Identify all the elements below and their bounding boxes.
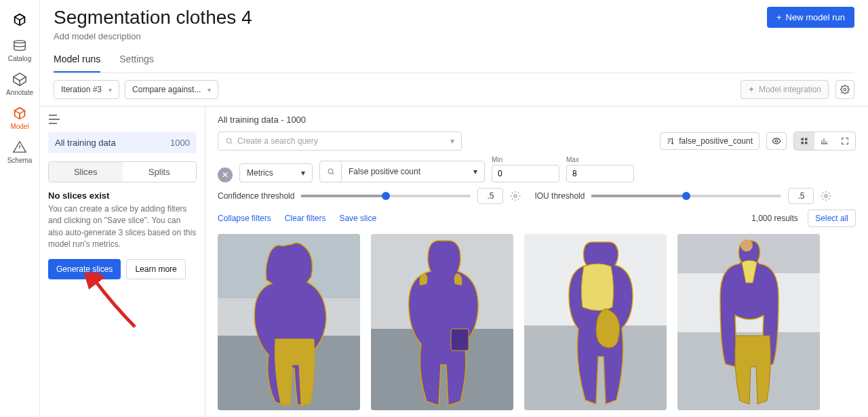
svg-rect-5 [802, 142, 804, 144]
view-grid-button[interactable] [794, 132, 814, 150]
remove-filter-button[interactable]: ✕ [218, 167, 233, 182]
confidence-value[interactable]: .5 [477, 188, 503, 204]
iou-label: IOU threshold [534, 191, 585, 201]
result-thumbnail[interactable] [524, 234, 667, 410]
gear-icon[interactable] [821, 191, 831, 201]
new-model-run-button[interactable]: + New model run [767, 7, 854, 28]
result-thumbnail[interactable] [677, 234, 820, 410]
tab-settings[interactable]: Settings [119, 54, 154, 73]
svg-point-7 [328, 169, 333, 174]
annotation-arrow [81, 273, 142, 334]
no-slices-title: No slices exist [48, 191, 197, 201]
rail-model[interactable]: Model [10, 106, 28, 130]
svg-rect-15 [451, 329, 469, 351]
tab-model-runs[interactable]: Model runs [54, 54, 100, 73]
result-thumbnail[interactable] [218, 234, 360, 410]
chevron-down-icon: ▾ [108, 86, 112, 94]
svg-point-2 [775, 140, 778, 142]
sort-icon [667, 137, 675, 145]
select-all-button[interactable]: Select all [808, 210, 856, 227]
search-icon [327, 167, 335, 176]
search-icon [225, 137, 233, 145]
sort-chip[interactable]: false_positive_count [660, 132, 760, 150]
sidebar-toggle-icon[interactable] [48, 115, 60, 124]
svg-point-0 [844, 88, 846, 91]
chevron-down-icon: ▾ [473, 167, 477, 176]
iteration-select[interactable]: Iteration #3 ▾ [54, 80, 119, 99]
no-slices-text: You can create a slice by adding filters… [48, 203, 197, 251]
compare-select[interactable]: Compare against... ▾ [125, 80, 218, 99]
min-label: Min [492, 156, 559, 163]
fp-count-select[interactable]: False positive count ▾ [342, 161, 484, 182]
rail-model-label: Model [10, 123, 28, 130]
visibility-toggle[interactable] [766, 132, 787, 150]
result-count: 1,000 results [751, 214, 798, 223]
pill-splits[interactable]: Splits [123, 162, 197, 182]
result-thumbnail[interactable] [371, 234, 513, 410]
grid-icon [800, 137, 808, 145]
model-description-field[interactable]: Add model description [54, 31, 252, 41]
plus-icon: + [776, 12, 782, 22]
svg-rect-4 [805, 138, 808, 141]
svg-point-8 [514, 195, 517, 197]
svg-point-9 [825, 195, 827, 197]
min-input[interactable] [492, 165, 559, 182]
collapse-filters-link[interactable]: Collapse filters [218, 214, 271, 223]
rail-catalog-label: Catalog [8, 55, 31, 62]
pill-slices[interactable]: Slices [49, 162, 123, 182]
expand-icon [841, 137, 849, 145]
bar-chart-icon [821, 137, 829, 145]
iou-value[interactable]: .5 [788, 188, 814, 204]
toolbar-settings-button[interactable] [835, 80, 854, 99]
chevron-down-icon: ▾ [450, 136, 454, 146]
max-label: Max [566, 156, 634, 163]
svg-point-1 [226, 138, 231, 143]
view-expand-button[interactable] [835, 132, 855, 150]
metric-select[interactable]: Metrics ▾ [239, 163, 313, 182]
rail-catalog[interactable]: Catalog [8, 38, 31, 62]
iou-slider[interactable] [591, 195, 781, 197]
chevron-down-icon: ▾ [208, 86, 211, 94]
filter-search-button[interactable] [320, 161, 342, 182]
rail-annotate-label: Annotate [6, 89, 33, 96]
results-title: All training data - 1000 [218, 115, 856, 125]
training-count: 1000 [170, 138, 190, 148]
generate-slices-button[interactable]: Generate slices [48, 259, 121, 279]
model-integration-button: ✦ Model integration [741, 80, 829, 99]
training-label: All training data [55, 138, 116, 148]
all-training-data-row[interactable]: All training data 1000 [48, 132, 197, 153]
confidence-slider[interactable] [301, 195, 471, 197]
page-title: Segmentation clothes 4 [54, 7, 252, 28]
rail-schema-label: Schema [7, 157, 33, 164]
gear-icon[interactable] [510, 191, 521, 201]
search-query-input[interactable]: Create a search query ▾ [218, 132, 462, 151]
eye-icon [772, 136, 781, 146]
svg-rect-3 [802, 138, 804, 141]
magic-icon: ✦ [748, 85, 755, 94]
chevron-down-icon: ▾ [301, 168, 305, 178]
svg-rect-6 [805, 142, 808, 144]
clear-filters-link[interactable]: Clear filters [285, 214, 326, 223]
rail-schema[interactable]: Schema [7, 140, 33, 164]
svg-point-23 [741, 239, 753, 252]
learn-more-button[interactable]: Learn more [126, 259, 185, 279]
max-input[interactable] [566, 165, 634, 182]
logo-icon [12, 12, 27, 28]
rail-annotate[interactable]: Annotate [6, 72, 33, 96]
save-slice-link[interactable]: Save slice [339, 214, 376, 223]
confidence-label: Confidence threshold [218, 191, 294, 201]
view-chart-button[interactable] [814, 132, 835, 150]
